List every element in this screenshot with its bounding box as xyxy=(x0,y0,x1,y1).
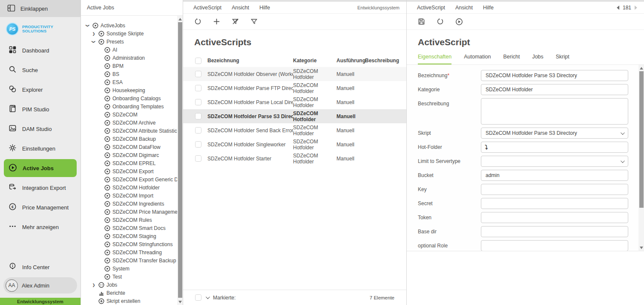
tree-node[interactable]: SDZeCOM Staging xyxy=(81,232,183,240)
row-checkbox[interactable] xyxy=(195,99,201,105)
basedir-field[interactable] xyxy=(481,226,628,237)
tree-node[interactable]: System xyxy=(81,264,183,273)
tree-node[interactable]: SDZeCOM Transfer Backup xyxy=(81,256,183,264)
tree-node[interactable]: Jobs xyxy=(81,281,183,289)
tab-eigenschaften[interactable]: Eigenschaften xyxy=(418,54,451,64)
menu-hilfe[interactable]: Hilfe xyxy=(259,5,270,11)
sidebar-item-einstellungen[interactable]: Einstellungen xyxy=(0,139,80,158)
tree-node[interactable]: SDZeCOM Hotfolder xyxy=(81,183,183,192)
menu-activescript[interactable]: ActiveScript xyxy=(193,5,221,11)
tree-node[interactable]: SDZeCOM Digimarc xyxy=(81,151,183,159)
tree-scrollbar-thumb[interactable] xyxy=(178,22,182,298)
table-row[interactable]: SDZeCOM Hotfolder Starter SDZeCOM Hotfol… xyxy=(183,151,406,166)
tree-node[interactable]: Housekeeping xyxy=(81,86,183,94)
token-field[interactable] xyxy=(481,212,628,223)
refresh-icon[interactable] xyxy=(194,18,201,25)
tree-node[interactable]: SDZeCOM xyxy=(81,110,183,119)
sidebar-item-integration-export[interactable]: Integration Export xyxy=(0,178,80,198)
tree-node[interactable]: BS xyxy=(81,70,183,78)
row-checkbox[interactable] xyxy=(195,127,201,134)
tree-node[interactable]: Administration xyxy=(81,54,183,62)
column-bezeichnung[interactable]: Bezeichnung xyxy=(207,58,293,64)
chevron-icon[interactable] xyxy=(85,23,90,28)
scroll-down-icon[interactable] xyxy=(177,299,183,305)
beschreibung-field[interactable] xyxy=(481,98,628,125)
table-row[interactable]: SDZeCOM Hotfolder Singleworker SDZeCOM H… xyxy=(183,137,406,151)
select-all-checkbox[interactable] xyxy=(195,58,201,64)
sidebar-item-dam-studio[interactable]: DAM Studio xyxy=(0,119,80,139)
servertype-select[interactable] xyxy=(481,156,628,167)
secret-field[interactable] xyxy=(481,198,628,209)
kategorie-field[interactable] xyxy=(481,84,628,95)
menu-ansicht[interactable]: Ansicht xyxy=(232,5,249,11)
menu-hilfe[interactable]: Hilfe xyxy=(483,5,494,11)
next-record-icon[interactable] xyxy=(635,6,637,10)
scroll-up-icon[interactable] xyxy=(177,16,183,22)
tab-jobs[interactable]: Jobs xyxy=(532,54,543,64)
run-icon[interactable] xyxy=(455,18,463,26)
tree-node[interactable]: SDZeCOM Stringfunctions xyxy=(81,240,183,248)
tree-node[interactable]: Berichte xyxy=(81,289,183,297)
scroll-up-icon[interactable] xyxy=(638,65,644,71)
tree-node[interactable]: Onboarding Templates xyxy=(81,102,183,110)
sidebar-item-suche[interactable]: Suche xyxy=(0,60,80,80)
sidebar-item-mehr-anzeigen[interactable]: Mehr anzeigen xyxy=(0,217,80,237)
key-field[interactable] xyxy=(481,184,628,195)
sidebar-item-price-management[interactable]: € Price Management xyxy=(0,198,80,217)
sidebar-item-info-center[interactable]: Info Center xyxy=(0,259,80,276)
tree-node[interactable]: Test xyxy=(81,273,183,281)
tree-node[interactable]: BPM xyxy=(81,62,183,70)
tree-node[interactable]: SDZeCOM Smart Docs xyxy=(81,224,183,232)
row-checkbox[interactable] xyxy=(195,85,201,91)
collapse-sidebar-button[interactable]: Einklappen xyxy=(0,0,80,17)
tree-node[interactable]: Presets xyxy=(81,38,183,46)
tab-bericht[interactable]: Bericht xyxy=(503,54,520,64)
tree-node[interactable]: SDZeCOM Import xyxy=(81,192,183,200)
skript-select[interactable]: SDZeCOM Hotfolder Parse S3 Directory xyxy=(481,128,628,139)
chevron-icon[interactable] xyxy=(91,40,96,44)
save-icon[interactable] xyxy=(418,18,425,25)
tree-node[interactable]: Skript erstellen xyxy=(81,297,183,305)
filter-clear-icon[interactable] xyxy=(232,18,239,25)
tree-node[interactable]: Onboarding Catalogs xyxy=(81,94,183,102)
filter-icon[interactable] xyxy=(250,18,258,25)
scroll-down-icon[interactable] xyxy=(638,245,644,250)
column-ausfuehrung[interactable]: Ausführung xyxy=(336,58,365,64)
form-scrollbar[interactable] xyxy=(638,65,644,251)
user-account-button[interactable]: AA Alex Admin xyxy=(3,277,77,293)
tab-skript[interactable]: Skript xyxy=(556,54,569,64)
tree-node[interactable]: SDZeCOM Archive xyxy=(81,119,183,127)
bucket-field[interactable] xyxy=(481,170,628,181)
row-checkbox[interactable] xyxy=(195,155,201,162)
table-row[interactable]: SDZeCOM Hotfolder Parse Local Directory … xyxy=(183,95,406,109)
menu-ansicht[interactable]: Ansicht xyxy=(455,5,473,11)
table-row[interactable]: SDZeCOM Hotfolder Observer (Worker) SDZe… xyxy=(183,67,406,81)
chevron-icon[interactable] xyxy=(91,283,96,287)
sidebar-item-active-jobs[interactable]: Active Jobs xyxy=(4,159,77,177)
tree-node[interactable]: ActiveJobs xyxy=(81,21,183,29)
hotfolder-field[interactable]: ⤵ xyxy=(481,142,628,153)
chevron-icon[interactable] xyxy=(91,32,96,36)
tab-automation[interactable]: Automation xyxy=(464,54,491,64)
brand-logo[interactable]: PS PRODUCTIVITY SOLUTIONS xyxy=(0,17,80,41)
table-row[interactable]: SDZeCOM Hotfolder Parse FTP Directory SD… xyxy=(183,81,406,95)
sidebar-item-dashboard[interactable]: Dashboard xyxy=(0,41,80,60)
tree-node[interactable]: AI xyxy=(81,46,183,54)
tree-node[interactable]: SDZeCOM EPREL xyxy=(81,159,183,167)
tree-node[interactable]: Sonstige Skripte xyxy=(81,29,183,38)
row-checkbox[interactable] xyxy=(195,113,201,119)
menu-activescript[interactable]: ActiveScript xyxy=(417,5,445,11)
row-checkbox[interactable] xyxy=(195,71,201,77)
tree-node[interactable]: SDZeCOM Rules xyxy=(81,216,183,224)
tree-node[interactable]: SDZeCOM Attribute Statistics xyxy=(81,127,183,135)
tree-node[interactable]: SDZeCOM Export xyxy=(81,167,183,175)
bezeichnung-field[interactable] xyxy=(481,70,628,81)
tree-node[interactable]: ESA xyxy=(81,78,183,86)
tree-node[interactable]: SDZeCOM Price Management xyxy=(81,208,183,216)
sidebar-item-explorer[interactable]: Explorer xyxy=(0,80,80,99)
tree-node[interactable]: SDZeCOM Export Generic Docs xyxy=(81,175,183,183)
previous-record-icon[interactable] xyxy=(617,6,619,10)
tree-node[interactable]: SDZeCOM Backup xyxy=(81,135,183,143)
tree-node[interactable]: SDZeCOM Threading xyxy=(81,248,183,256)
sidebar-item-pim-studio[interactable]: PIM Studio xyxy=(0,99,80,119)
